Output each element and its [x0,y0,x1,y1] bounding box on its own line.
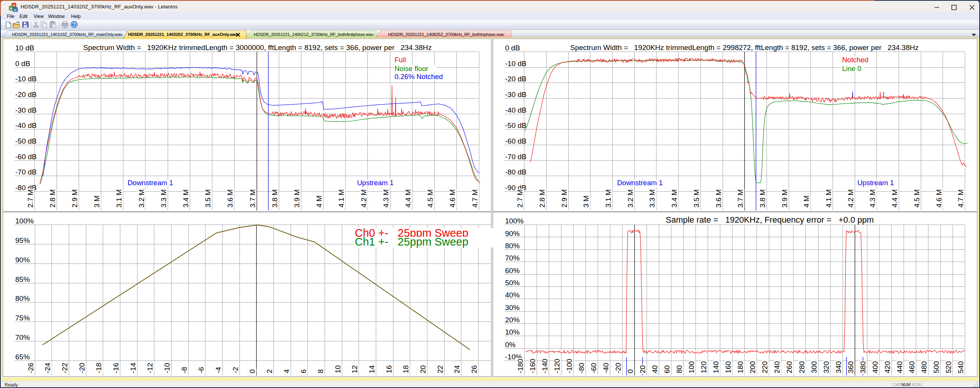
svg-text:140: 140 [712,361,720,373]
svg-text:4.3 M: 4.3 M [382,189,390,208]
svg-text:14: 14 [368,365,376,373]
svg-text:-10 dB: -10 dB [15,75,37,83]
svg-text:-60 dB: -60 dB [505,137,527,145]
svg-text:-100: -100 [565,359,573,373]
svg-text:400: 400 [871,361,879,373]
svg-text:-160: -160 [529,359,537,373]
svg-text:6: 6 [299,369,307,373]
svg-text:30%: 30% [505,304,520,312]
svg-text:60: 60 [663,365,671,373]
svg-text:4: 4 [283,369,291,373]
svg-text:-40 dB: -40 dB [505,106,527,114]
svg-text:340: 340 [834,361,843,373]
svg-text:Line 0: Line 0 [842,65,861,73]
svg-text:20: 20 [639,365,647,373]
svg-text:3.6 M: 3.6 M [226,189,234,208]
svg-text:Downstream 1: Downstream 1 [128,179,173,187]
svg-text:80%: 80% [15,294,30,302]
svg-text:-60 dB: -60 dB [15,153,37,161]
svg-text:3.1 M: 3.1 M [115,189,123,208]
svg-text:4.7 M: 4.7 M [471,189,479,208]
svg-text:2.8 M: 2.8 M [538,189,546,208]
svg-text:70%: 70% [505,254,520,262]
svg-text:3.5 M: 3.5 M [692,189,700,208]
svg-text:380: 380 [859,361,867,373]
svg-text:-6: -6 [197,367,205,373]
svg-text:Spectrum Width = 1920KHz tri: Spectrum Width = 1920KHz trimmedLength =… [570,44,919,52]
svg-text:20: 20 [419,365,427,373]
svg-text:-80: -80 [577,363,585,373]
svg-text:-20 dB: -20 dB [505,75,527,83]
svg-text:40: 40 [651,365,659,373]
svg-text:-22: -22 [61,363,69,373]
svg-text:HDSDR_20251221_140621Z_3700kHz: HDSDR_20251221_140621Z_3700kHz_RF_bothAn… [254,32,374,37]
svg-text:500: 500 [932,361,940,373]
svg-text:4.3 M: 4.3 M [868,189,877,208]
svg-text:420: 420 [883,361,891,373]
svg-text:-120: -120 [553,359,561,373]
svg-text:10: 10 [334,365,342,373]
svg-text:3.3 M: 3.3 M [648,189,656,208]
svg-text:440: 440 [896,361,904,373]
svg-text:-40: -40 [602,363,610,373]
svg-text:100: 100 [687,361,695,373]
svg-text:460: 460 [908,361,916,373]
svg-text:3.9 M: 3.9 M [293,189,301,208]
svg-text:20%: 20% [505,316,520,324]
svg-text:Spectrum Width = 1920KHz tri: Spectrum Width = 1920KHz trimmedLength =… [83,44,432,52]
svg-text:-8: -8 [180,367,188,373]
svg-text:-10: -10 [163,363,171,373]
svg-text:2.7 M: 2.7 M [26,189,34,208]
svg-text:8: 8 [317,369,325,373]
svg-text:240: 240 [773,361,781,373]
svg-text:100%: 100% [15,217,34,225]
svg-text:Downstream 1: Downstream 1 [617,179,663,187]
svg-text:360: 360 [847,361,855,373]
svg-text:540: 540 [957,361,965,373]
svg-text:-20: -20 [78,363,86,373]
svg-text:0.26% Notched: 0.26% Notched [395,73,443,81]
svg-text:-180: -180 [516,359,524,373]
svg-text:Sample rate = 1920KHz, Frequ: Sample rate = 1920KHz, Frequency error =… [666,215,874,225]
svg-text:85%: 85% [15,275,30,283]
svg-text:Noise floor: Noise floor [395,65,428,73]
svg-text:3.3 M: 3.3 M [160,189,168,208]
svg-text:-26: -26 [27,363,35,373]
svg-text:480: 480 [920,361,928,373]
svg-text:-30 dB: -30 dB [505,91,527,99]
svg-text:95%: 95% [15,236,30,244]
svg-text:90%: 90% [15,256,30,264]
svg-text:4.4 M: 4.4 M [891,189,899,208]
svg-text:3.7 M: 3.7 M [249,189,257,208]
svg-text:0 dB: 0 dB [505,44,520,52]
svg-text:-4: -4 [214,367,222,373]
svg-text:60%: 60% [505,267,520,275]
svg-text:-140: -140 [541,359,549,373]
svg-text:520: 520 [944,361,953,373]
svg-text:HDSDR_20251221_140825Z_3700kHz: HDSDR_20251221_140825Z_3700kHz_RF_bothIn… [388,32,504,37]
svg-text:2.7 M: 2.7 M [516,189,524,208]
svg-text:Upstream 1: Upstream 1 [857,179,894,187]
svg-text:70%: 70% [15,333,30,341]
svg-text:4.2 M: 4.2 M [847,189,855,208]
svg-text:120: 120 [700,361,708,373]
svg-text:3.9 M: 3.9 M [781,189,789,208]
svg-text:-20: -20 [614,363,622,373]
svg-text:3.6 M: 3.6 M [715,189,723,208]
svg-text:-70 dB: -70 dB [505,153,527,161]
svg-text:3.1 M: 3.1 M [604,189,612,208]
svg-text:40%: 40% [505,291,520,299]
svg-text:2.9 M: 2.9 M [71,189,79,208]
svg-text:18: 18 [402,365,410,373]
svg-text:-30 dB: -30 dB [15,106,37,114]
svg-text:65%: 65% [15,353,30,361]
svg-text:10 dB: 10 dB [15,44,34,52]
svg-text:180: 180 [736,361,744,373]
svg-text:80: 80 [675,365,683,373]
svg-text:4.6 M: 4.6 M [448,189,456,208]
svg-text:-60: -60 [590,363,598,373]
svg-text:Ch1 +- 25ppm Sweep: Ch1 +- 25ppm Sweep [355,236,468,248]
svg-text:HDSDR_20251221_140103Z_3700kHz: HDSDR_20251221_140103Z_3700kHz_RF_mainOn… [12,32,123,37]
svg-text:3.5 M: 3.5 M [204,189,212,208]
svg-text:3 M: 3 M [582,196,590,208]
